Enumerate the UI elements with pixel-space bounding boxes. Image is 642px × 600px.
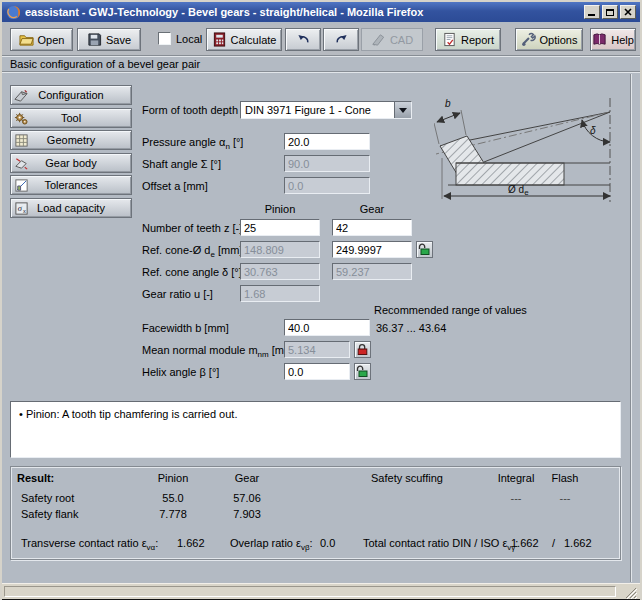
ref-cone-diameter-label: Ref. cone-Ø de [mm]	[142, 244, 242, 256]
application-window: eassistant - GWJ-Technology - Bevel gear…	[0, 0, 642, 600]
helix-lock-button[interactable]	[354, 363, 371, 380]
svg-text:b: b	[445, 98, 451, 109]
tooth-depth-value: DIN 3971 Figure 1 - Cone	[245, 104, 371, 116]
result-pinion-header: Pinion	[143, 472, 203, 484]
local-label: Local	[176, 33, 202, 45]
cad-button[interactable]: CAD	[361, 28, 423, 51]
grid-icon	[14, 133, 29, 148]
tolerances-chart-icon	[14, 178, 29, 193]
ref-cone-diameter-lock-button[interactable]	[416, 241, 433, 258]
message-text: • Pinion: A tooth tip chamfering is carr…	[19, 408, 237, 420]
content-right-edge	[630, 74, 632, 582]
offset-label: Offset a [mm]	[142, 180, 208, 192]
pressure-angle-label: Pressure angle αn [°]	[142, 136, 243, 148]
save-button[interactable]: Save	[77, 28, 141, 51]
redo-button[interactable]	[323, 28, 359, 51]
report-document-icon	[442, 32, 457, 47]
result-panel: Result: Pinion Gear Safety scuffing Inte…	[10, 466, 621, 560]
teeth-gear-input[interactable]	[332, 219, 412, 236]
sidebar-item-configuration[interactable]: Configuration	[10, 85, 132, 105]
calculate-button[interactable]: Calculate	[206, 28, 282, 51]
svg-text:x: x	[23, 208, 26, 214]
maximize-icon	[606, 9, 614, 16]
lock-open-green-icon	[418, 243, 431, 256]
window-title: eassistant - GWJ-Technology - Bevel gear…	[25, 6, 584, 18]
sidebar-label: Load capacity	[37, 202, 105, 214]
cad-icon	[371, 32, 386, 47]
transverse-contact-ratio-label: Transverse contact ratio εvα:	[21, 537, 158, 549]
lock-open-green-icon	[356, 365, 369, 378]
facewidth-range: 36.37 ... 43.64	[376, 322, 446, 334]
result-scuffing-header: Safety scuffing	[371, 472, 443, 484]
helix-angle-input[interactable]	[284, 363, 350, 380]
helix-angle-label: Helix angle β [°]	[142, 366, 219, 378]
total-contact-ratio-iso: 1.662	[564, 537, 592, 549]
open-label: Open	[38, 34, 65, 46]
open-button[interactable]: Open	[10, 28, 73, 51]
safety-root-integral: ---	[493, 492, 539, 504]
titlebar: eassistant - GWJ-Technology - Bevel gear…	[2, 2, 640, 22]
safety-flank-gear: 7.903	[217, 508, 277, 520]
result-integral-header: Integral	[493, 472, 539, 484]
tooth-depth-label: Form of tooth depth	[142, 104, 238, 116]
local-checkbox[interactable]	[158, 32, 171, 45]
svg-text:Ø de: Ø de	[508, 184, 529, 197]
svg-text:δ: δ	[590, 125, 596, 136]
divider	[2, 71, 640, 73]
tooth-depth-select[interactable]: DIN 3971 Figure 1 - Cone	[240, 101, 412, 119]
facewidth-label: Facewidth b [mm]	[142, 322, 229, 334]
gear-ratio-output	[240, 285, 320, 302]
module-lock-button[interactable]	[354, 341, 371, 358]
minimize-button[interactable]	[584, 5, 600, 19]
teeth-label: Number of teeth z [-]	[142, 222, 242, 234]
mean-normal-module-output	[284, 341, 350, 358]
sidebar-label: Configuration	[38, 89, 103, 101]
result-title: Result:	[17, 472, 54, 484]
safety-flank-label: Safety flank	[21, 508, 78, 520]
sidebar-item-gear-body[interactable]: Gear body	[10, 153, 132, 173]
statusbar	[2, 583, 640, 599]
resize-grip[interactable]	[624, 586, 637, 599]
message-box: • Pinion: A tooth tip chamfering is carr…	[10, 401, 621, 458]
help-button[interactable]: Help	[590, 28, 636, 51]
offset-output	[284, 177, 370, 194]
bevel-gear-diagram: b δ Ø de	[434, 96, 630, 206]
divider	[2, 55, 640, 57]
total-contact-ratio-label: Total contact ratio DIN / ISO εvγ:	[363, 537, 518, 549]
sidebar-item-load-capacity[interactable]: σx Load capacity	[10, 198, 132, 218]
ref-cone-angle-label: Ref. cone angle δ [°]	[142, 266, 242, 278]
options-label: Options	[540, 34, 578, 46]
safety-root-pinion: 55.0	[143, 492, 203, 504]
sidebar-label: Tool	[61, 112, 81, 124]
ref-cone-diameter-gear-input[interactable]	[332, 241, 412, 258]
pressure-angle-input[interactable]	[284, 133, 370, 150]
overlap-ratio-value: 0.0	[320, 537, 335, 549]
calculator-icon	[212, 32, 227, 47]
safety-root-flash: ---	[544, 492, 586, 504]
save-label: Save	[106, 34, 131, 46]
firefox-icon	[6, 5, 21, 20]
report-label: Report	[461, 34, 494, 46]
configuration-icon	[14, 88, 29, 103]
total-contact-ratio-din: 1.662	[511, 537, 539, 549]
undo-button[interactable]	[285, 28, 321, 51]
help-label: Help	[611, 34, 634, 46]
close-button[interactable]	[620, 5, 636, 19]
report-button[interactable]: Report	[435, 28, 501, 51]
undo-arrow-icon	[296, 32, 311, 47]
teeth-pinion-input[interactable]	[240, 219, 320, 236]
sidebar-item-tolerances[interactable]: Tolerances	[10, 175, 132, 195]
sidebar-item-tool[interactable]: Tool	[10, 108, 132, 128]
open-folder-icon	[19, 32, 34, 47]
facewidth-input[interactable]	[284, 319, 370, 336]
sidebar-item-geometry[interactable]: Geometry	[10, 130, 132, 150]
total-contact-ratio-separator: /	[552, 537, 555, 549]
options-button[interactable]: Options	[515, 28, 583, 51]
options-wrench-icon	[521, 32, 536, 47]
gear-column-header: Gear	[332, 203, 412, 215]
maximize-button[interactable]	[602, 5, 618, 19]
sidebar-label: Tolerances	[44, 179, 97, 191]
transverse-contact-ratio-value: 1.662	[177, 537, 205, 549]
lock-closed-red-icon	[356, 343, 369, 356]
gears-icon	[14, 111, 29, 126]
